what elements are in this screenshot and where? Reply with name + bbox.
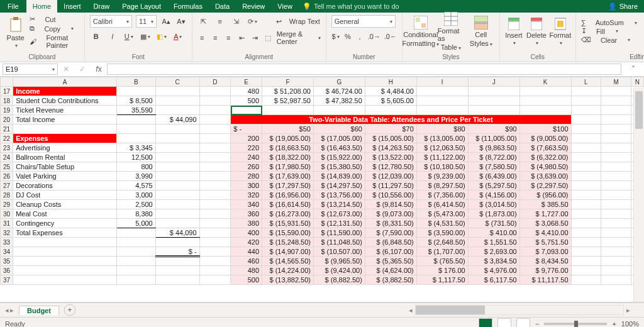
font-size-select[interactable]: 11▾ (136, 15, 157, 28)
cell[interactable] (571, 247, 601, 257)
cell[interactable]: Meal Cost (13, 209, 117, 219)
cell[interactable]: $ (12,780.50) (365, 162, 416, 172)
cell[interactable] (571, 125, 601, 134)
cell[interactable]: $ (5,473.00) (416, 209, 468, 219)
cell[interactable] (116, 275, 155, 285)
cell[interactable]: $ - (231, 125, 262, 134)
cancel-icon[interactable]: ✕ (58, 65, 74, 74)
cell[interactable] (571, 106, 601, 115)
cell[interactable] (416, 96, 468, 106)
cell[interactable]: $ (11,590.00) (313, 228, 365, 238)
cell[interactable] (571, 228, 601, 238)
cell[interactable]: $ 410.00 (468, 228, 519, 238)
cell[interactable]: Ticket Revenue (13, 106, 117, 115)
cell[interactable]: 2,500 (116, 200, 155, 209)
row-header[interactable]: 33 (1, 238, 13, 247)
cell[interactable] (116, 228, 155, 238)
cell[interactable] (155, 209, 199, 219)
cell[interactable]: Total Income (13, 115, 117, 125)
cell[interactable] (571, 209, 601, 219)
cell[interactable]: $60 (313, 125, 365, 134)
row-header[interactable]: 22 (1, 134, 13, 143)
cell[interactable] (199, 96, 231, 106)
cell[interactable]: $ (15,590.00) (262, 228, 314, 238)
cell[interactable] (199, 191, 231, 200)
cell[interactable] (199, 247, 231, 257)
cell[interactable] (13, 257, 117, 266)
vertical-scrollbar[interactable] (633, 87, 644, 302)
cell[interactable] (155, 200, 199, 209)
cell[interactable] (199, 209, 231, 219)
cell[interactable]: $ (4,980.50) (519, 162, 571, 172)
cell[interactable] (468, 87, 519, 96)
cell[interactable] (571, 96, 601, 106)
cell[interactable]: $ 52,987.50 (262, 96, 314, 106)
cell[interactable]: $ (7,580.50) (468, 162, 519, 172)
cell[interactable]: $80 (416, 125, 468, 134)
cell[interactable] (571, 191, 601, 200)
align-left-icon[interactable]: ≡ (197, 31, 207, 44)
cell[interactable]: $ (19,005.00) (262, 134, 314, 143)
cell[interactable] (571, 257, 601, 266)
cell[interactable]: $ 8,500 (116, 96, 155, 106)
cell[interactable] (468, 96, 519, 106)
cell[interactable]: $ (8,331.50) (365, 219, 416, 228)
dec-decimal-icon[interactable]: .0← (384, 30, 397, 43)
cell[interactable]: $70 (365, 125, 416, 134)
col-header[interactable]: N (631, 77, 643, 87)
cell[interactable] (199, 134, 231, 143)
cell[interactable]: $ (17,639.00) (262, 172, 314, 181)
orientation-icon[interactable]: ⟳▾ (247, 15, 259, 28)
cell[interactable] (519, 96, 571, 106)
name-box[interactable]: E19▾ (3, 64, 58, 75)
cell[interactable] (116, 238, 155, 247)
col-header[interactable]: E (231, 77, 262, 87)
row-header[interactable]: 25 (1, 162, 13, 172)
cell[interactable]: $ 46,724.00 (313, 87, 365, 96)
cell[interactable]: $ (5,297.50) (468, 181, 519, 191)
row-header[interactable]: 34 (1, 247, 13, 257)
cell[interactable]: 4,575 (116, 181, 155, 191)
cell[interactable]: $ (16,273.00) (262, 209, 314, 219)
row-header[interactable]: 18 (1, 96, 13, 106)
cell[interactable]: $ (6,107.00) (365, 247, 416, 257)
wrap-text-button[interactable]: ↩ (273, 15, 286, 28)
cell[interactable]: $ (4,156.00) (468, 191, 519, 200)
cell[interactable]: Advertising (13, 143, 117, 153)
cell[interactable]: $ (14,839.00) (313, 172, 365, 181)
cell[interactable] (601, 162, 631, 172)
fill-color-button[interactable]: ◧▾ (155, 30, 168, 43)
cell[interactable] (199, 200, 231, 209)
collapse-ribbon-icon[interactable]: ˄ (637, 53, 640, 60)
view-page-layout-icon[interactable] (497, 318, 511, 327)
col-header[interactable]: K (519, 77, 571, 87)
cell[interactable]: $ (15,922.00) (313, 153, 365, 162)
cell[interactable]: $ (16,614.50) (262, 200, 314, 209)
cell[interactable] (199, 106, 231, 115)
cell[interactable] (601, 115, 631, 125)
cell[interactable] (571, 200, 601, 209)
cell[interactable]: $ (8,722.00) (468, 153, 519, 162)
row-header[interactable]: 30 (1, 209, 13, 219)
cell[interactable]: 400 (231, 228, 262, 238)
cell[interactable]: $ 7,093.00 (519, 247, 571, 257)
align-top-icon[interactable]: ⇱ (197, 15, 210, 28)
cell[interactable]: $ (1,873.00) (468, 209, 519, 219)
cell[interactable]: $ (3,882.50) (365, 275, 416, 285)
cell[interactable] (199, 87, 231, 96)
cell[interactable]: $ (9,965.50) (313, 257, 365, 266)
cell[interactable]: $ (13,005.00) (416, 134, 468, 143)
cell[interactable]: $ (13,522.00) (365, 153, 416, 162)
cell[interactable]: $ (3,590.00) (416, 228, 468, 238)
view-page-break-icon[interactable] (516, 318, 530, 327)
cell[interactable]: $ 385.50 (519, 200, 571, 209)
col-header[interactable]: D (199, 77, 231, 87)
cell[interactable]: $ 3,345 (116, 143, 155, 153)
cell[interactable] (601, 106, 631, 115)
cell[interactable] (155, 275, 199, 285)
cell[interactable] (155, 219, 199, 228)
row-header[interactable]: 27 (1, 181, 13, 191)
sort-filter-button[interactable]: A↓ZSort &Filter▾ (641, 16, 644, 47)
cell[interactable] (13, 125, 117, 134)
cell[interactable] (13, 238, 117, 247)
